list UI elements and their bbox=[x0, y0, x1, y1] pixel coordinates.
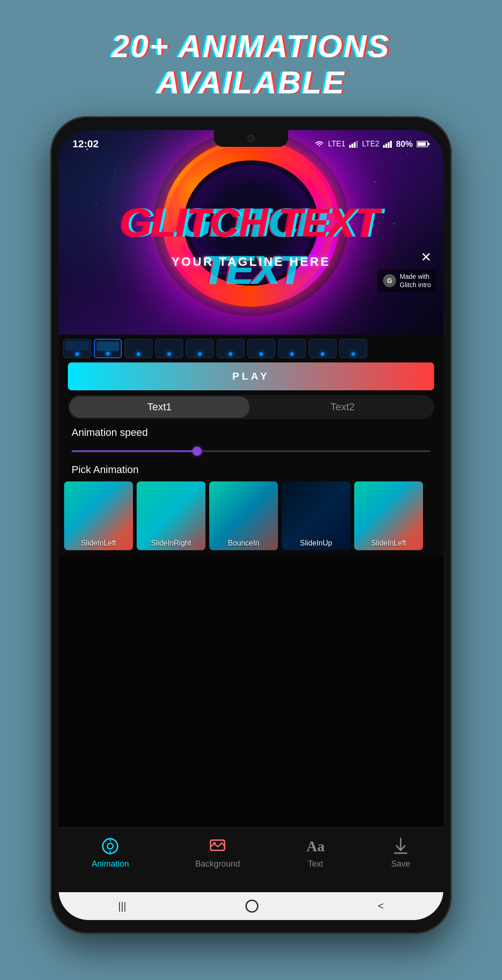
timeline-item-2[interactable] bbox=[94, 339, 122, 358]
timeline-item-6[interactable] bbox=[217, 339, 244, 358]
timeline-item-3[interactable] bbox=[125, 339, 152, 358]
slider-fill bbox=[72, 450, 197, 452]
anim-card-5-label: SlideInLeft bbox=[354, 539, 423, 547]
nav-label-save: Save bbox=[391, 859, 410, 869]
slider-track bbox=[72, 450, 430, 452]
battery-icon bbox=[416, 140, 429, 148]
svg-rect-4 bbox=[383, 145, 385, 148]
header-title: 20+ ANIMATIONS AVAILABLE bbox=[23, 28, 479, 100]
svg-rect-7 bbox=[390, 141, 392, 148]
play-button[interactable]: PLAY bbox=[68, 362, 434, 390]
anim-card-1-label: SlideInLeft bbox=[64, 539, 133, 547]
tab-text1[interactable]: Text1 bbox=[69, 396, 250, 418]
timeline-item-5[interactable] bbox=[186, 339, 214, 358]
save-nav-icon bbox=[391, 837, 410, 855]
battery-percentage: 80% bbox=[396, 139, 413, 149]
svg-rect-2 bbox=[354, 142, 356, 148]
anim-card-2[interactable]: SlideInRight bbox=[137, 481, 205, 550]
pick-animation-label: Pick Animation bbox=[72, 464, 139, 476]
home-button[interactable] bbox=[245, 900, 258, 913]
badge-text: Made withGlitch intro bbox=[400, 272, 431, 289]
header-banner: 20+ ANIMATIONS AVAILABLE bbox=[23, 28, 479, 100]
svg-rect-3 bbox=[356, 141, 358, 148]
tab-text2[interactable]: Text2 bbox=[252, 396, 433, 418]
notch-camera bbox=[247, 135, 255, 142]
tagline-text: YOUR TAGLINE HERE bbox=[59, 255, 443, 269]
made-with-badge: G Made withGlitch intro bbox=[377, 270, 436, 292]
nav-label-animation: Animation bbox=[92, 859, 129, 869]
animation-speed-slider[interactable] bbox=[72, 444, 430, 458]
animation-cards-row: SlideInLeft SlideInRight BounceIn SlideI… bbox=[59, 481, 443, 556]
glitch-main-text: GLITCH TEXT GLITCH TEXT GLITCH TEXT bbox=[59, 199, 443, 246]
timeline-item-8[interactable] bbox=[278, 339, 306, 358]
anim-card-3[interactable]: BounceIn bbox=[209, 481, 278, 550]
phone-screen: 12:02 LTE1 LTE2 80% bbox=[59, 130, 443, 920]
wifi-icon bbox=[314, 140, 324, 148]
lte1-label: LTE1 bbox=[328, 140, 345, 148]
preview-area: GLITCH TEXT GLITCH TEXT GLITCH TEXT YOUR… bbox=[59, 130, 443, 335]
back-button[interactable]: < bbox=[378, 900, 384, 912]
notch bbox=[214, 130, 288, 147]
animation-speed-label: Animation speed bbox=[72, 427, 148, 439]
timeline-item-9[interactable] bbox=[309, 339, 337, 358]
status-icons: LTE1 LTE2 80% bbox=[314, 139, 429, 149]
signal-icon bbox=[349, 140, 358, 148]
timeline-strip bbox=[59, 335, 443, 362]
svg-rect-0 bbox=[349, 145, 351, 148]
anim-card-2-label: SlideInRight bbox=[137, 539, 205, 547]
play-button-label: PLAY bbox=[232, 370, 270, 382]
anim-card-4[interactable]: SlideInUp bbox=[282, 481, 350, 550]
timeline-item-10[interactable] bbox=[339, 339, 367, 358]
timeline-item-7[interactable] bbox=[247, 339, 275, 358]
svg-rect-1 bbox=[351, 144, 353, 148]
nav-label-text: Text bbox=[308, 859, 323, 869]
nav-item-animation[interactable]: Animation bbox=[92, 837, 129, 869]
svg-point-12 bbox=[107, 843, 113, 849]
phone-frame: 12:02 LTE1 LTE2 80% bbox=[50, 116, 452, 934]
signal-icon-2 bbox=[383, 140, 392, 148]
text-nav-icon: Aa bbox=[306, 837, 325, 855]
anim-card-4-label: SlideInUp bbox=[282, 539, 350, 547]
nav-item-background[interactable]: Background bbox=[195, 837, 240, 869]
nav-item-save[interactable]: Save bbox=[391, 837, 410, 869]
svg-rect-5 bbox=[385, 144, 387, 148]
timeline-item-1[interactable] bbox=[63, 339, 91, 358]
svg-point-16 bbox=[213, 842, 216, 845]
svg-rect-9 bbox=[428, 143, 429, 145]
anim-card-5[interactable]: SlideInLeft bbox=[354, 481, 423, 550]
anim-card-1[interactable]: SlideInLeft bbox=[64, 481, 133, 550]
status-time: 12:02 bbox=[73, 138, 99, 150]
nav-label-background: Background bbox=[195, 859, 240, 869]
dark-content-area bbox=[59, 556, 443, 855]
svg-rect-6 bbox=[388, 142, 390, 148]
background-nav-icon bbox=[208, 837, 227, 855]
anim-card-3-label: BounceIn bbox=[209, 539, 278, 547]
nav-item-text[interactable]: Aa Text bbox=[306, 837, 325, 869]
close-button[interactable]: ✕ bbox=[417, 249, 434, 266]
slider-thumb[interactable] bbox=[192, 447, 202, 456]
svg-rect-10 bbox=[417, 142, 426, 146]
lte2-label: LTE2 bbox=[362, 140, 379, 148]
recent-apps-icon[interactable]: ||| bbox=[118, 900, 126, 912]
timeline-item-4[interactable] bbox=[155, 339, 183, 358]
close-icon: ✕ bbox=[421, 251, 431, 264]
text-tabs-container: Text1 Text2 bbox=[68, 395, 434, 419]
home-bar: ||| < bbox=[59, 892, 443, 920]
badge-logo: G bbox=[383, 274, 396, 287]
animation-nav-icon bbox=[101, 837, 119, 855]
bottom-nav: Animation Background Aa Text bbox=[59, 827, 443, 892]
